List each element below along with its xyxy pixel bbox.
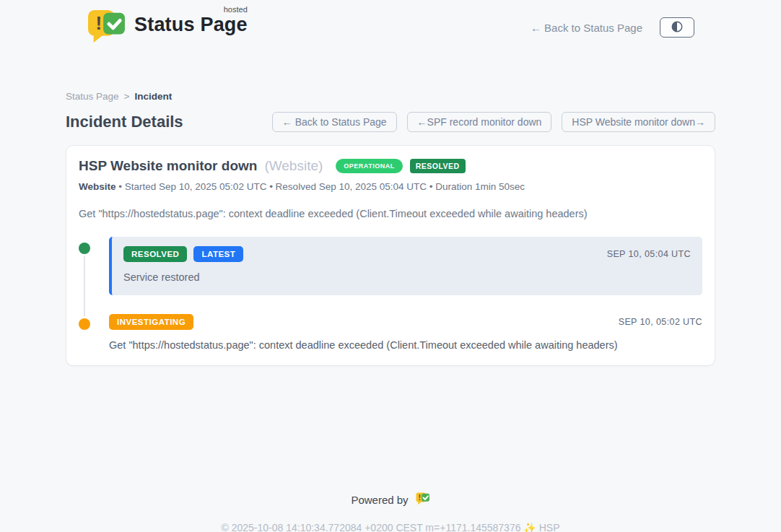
investigating-badge: INVESTIGATING — [109, 314, 193, 330]
page-title: Incident Details — [66, 113, 183, 131]
operational-status-badge: OPERATIONAL — [336, 159, 402, 173]
incident-meta: Website • Started Sep 10, 2025 05:02 UTC… — [79, 181, 702, 192]
powered-by[interactable]: Powered by ! — [351, 492, 429, 507]
resolved-status-badge: RESOLVED — [410, 159, 466, 173]
incident-component-label: (Website) — [264, 158, 323, 174]
incident-nav-buttons: ← Back to Status Page ←SPF record monito… — [272, 112, 715, 132]
timeline-dot-investigating — [79, 318, 90, 330]
breadcrumb-separator: > — [124, 91, 130, 102]
incident-description: Get "https://hostedstatus.page": context… — [79, 208, 702, 219]
breadcrumb-status-page-link[interactable]: Status Page — [66, 91, 119, 102]
footer: Powered by ! © 2025-10-08 14:10:34.77208… — [0, 492, 781, 532]
timeline-entry-resolved: RESOLVED LATEST SEP 10, 05:04 UTC Servic… — [79, 237, 702, 295]
next-incident-button[interactable]: HSP Website monitor down→ — [562, 112, 715, 132]
latest-badge: LATEST — [193, 246, 243, 262]
breadcrumb-current-incident: Incident — [134, 91, 172, 102]
header: ! Status Page hosted ← Back to Status Pa… — [0, 0, 781, 55]
circle-half-icon — [671, 20, 684, 35]
powered-by-label: Powered by — [351, 494, 408, 506]
logo-hosted-superscript: hosted — [224, 5, 248, 14]
svg-text:!: ! — [418, 493, 421, 502]
back-to-status-page-button[interactable]: ← Back to Status Page — [272, 112, 397, 132]
copyright-text: © 2025-10-08 14:10:34.772084 +0200 CEST … — [0, 522, 781, 532]
timeline-message: Service restored — [123, 271, 691, 283]
incident-timeline: RESOLVED LATEST SEP 10, 05:04 UTC Servic… — [79, 237, 702, 351]
status-page-logo[interactable]: ! Status Page hosted — [85, 8, 248, 47]
resolved-badge: RESOLVED — [123, 246, 187, 262]
timeline-timestamp: SEP 10, 05:04 UTC — [607, 249, 691, 259]
previous-incident-button[interactable]: ←SPF record monitor down — [407, 112, 552, 132]
timeline-dot-resolved — [79, 243, 90, 254]
status-page-logo-icon: ! — [85, 8, 127, 47]
timeline-entry-highlight-box: RESOLVED LATEST SEP 10, 05:04 UTC Servic… — [109, 237, 702, 295]
incident-meta-component: Website — [79, 181, 116, 192]
incident-card: HSP Website monitor down (Website) OPERA… — [66, 145, 715, 366]
svg-text:!: ! — [96, 12, 102, 34]
timeline-timestamp: SEP 10, 05:02 UTC — [619, 317, 702, 327]
timeline-entry-plain-box: INVESTIGATING SEP 10, 05:02 UTC Get "htt… — [109, 314, 702, 351]
main-content: Status Page>Incident Incident Details ← … — [66, 91, 715, 366]
breadcrumb: Status Page>Incident — [66, 91, 715, 102]
incident-meta-times: • Started Sep 10, 2025 05:02 UTC • Resol… — [118, 181, 525, 192]
header-back-to-status-page-link[interactable]: ← Back to Status Page — [531, 22, 642, 34]
logo-wordmark-text: Status Page — [134, 14, 248, 35]
timeline-message: Get "https://hostedstatus.page": context… — [109, 339, 702, 351]
incident-title: HSP Website monitor down — [79, 158, 257, 174]
hsp-logo-icon: ! — [415, 492, 430, 507]
timeline-entry-investigating: INVESTIGATING SEP 10, 05:02 UTC Get "htt… — [79, 314, 702, 351]
theme-toggle-button[interactable] — [660, 17, 694, 38]
